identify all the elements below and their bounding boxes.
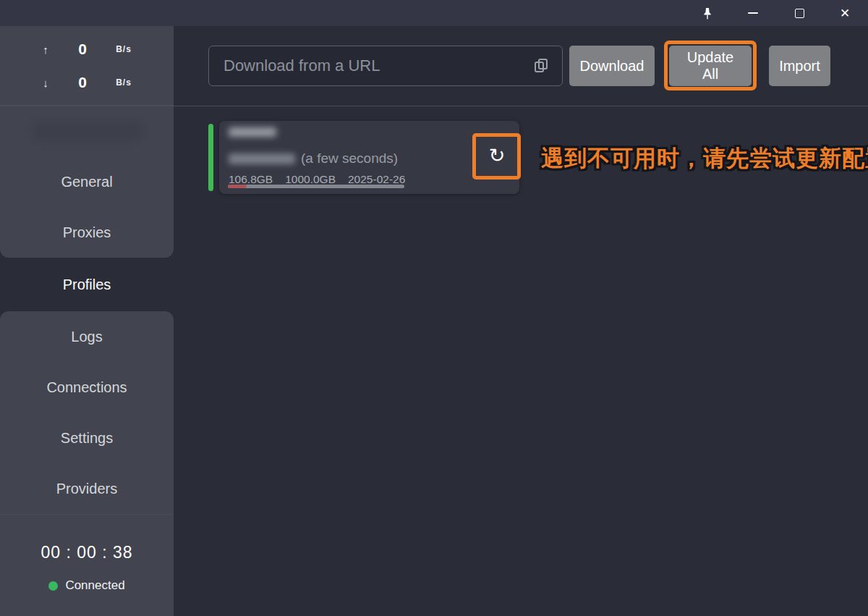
app-logo-area <box>0 106 174 159</box>
profile-updated-ago: (a few seconds) <box>301 151 398 166</box>
upload-value: 0 <box>61 41 103 58</box>
profile-active-indicator <box>208 124 213 191</box>
copy-icon[interactable] <box>533 57 550 75</box>
censored-logo <box>33 122 142 140</box>
profile-subtitle: (a few seconds) <box>229 150 398 167</box>
title-bar: ✕ <box>0 0 868 26</box>
status-label: Connected <box>65 578 124 593</box>
annotation-text: 遇到不可用时，请先尝试更新配置 <box>541 143 868 174</box>
profile-progress-fill <box>228 185 247 188</box>
update-all-button[interactable]: Update All <box>669 46 752 86</box>
minimize-icon <box>748 12 758 14</box>
app-window: ✕ ↑ 0 B/s ↓ 0 B/s General <box>0 0 868 616</box>
profile-url-censored <box>229 153 295 164</box>
upload-speed: ↑ 0 B/s <box>0 41 174 58</box>
sidebar-top-panel: ↑ 0 B/s ↓ 0 B/s General Proxies <box>0 26 174 258</box>
pin-icon[interactable] <box>691 0 724 26</box>
download-speed: ↓ 0 B/s <box>0 74 174 91</box>
sidebar-bottom-panel: Logs Connections Settings Providers 00 :… <box>0 311 174 616</box>
profile-card[interactable]: (a few seconds) 106.8GB 1000.0GB 2025-02… <box>219 121 519 194</box>
upload-arrow-icon: ↑ <box>30 43 61 56</box>
download-value: 0 <box>61 74 103 91</box>
refresh-icon: ↻ <box>489 145 506 166</box>
profile-progress-bar <box>228 185 404 188</box>
refresh-profile-button[interactable]: ↻ <box>478 137 516 174</box>
minimize-button[interactable] <box>736 0 770 26</box>
pushpin-icon <box>702 7 713 20</box>
uptime-timer: 00 : 00 : 38 <box>0 543 174 562</box>
url-input-wrapper <box>208 46 563 86</box>
sidebar-item-logs[interactable]: Logs <box>0 311 174 362</box>
sidebar-item-profiles[interactable]: Profiles <box>0 258 174 311</box>
sidebar-item-settings[interactable]: Settings <box>0 413 174 463</box>
connection-status: Connected <box>0 578 174 593</box>
sidebar-item-proxies[interactable]: Proxies <box>0 207 174 258</box>
sidebar: ↑ 0 B/s ↓ 0 B/s General Proxies Profiles <box>0 26 174 616</box>
url-input[interactable] <box>224 56 533 75</box>
close-icon: ✕ <box>840 6 850 21</box>
sidebar-item-general[interactable]: General <box>0 156 174 207</box>
traffic-panel: ↑ 0 B/s ↓ 0 B/s <box>0 26 174 106</box>
profile-name-censored <box>229 127 276 137</box>
download-unit: B/s <box>103 77 144 88</box>
close-button[interactable]: ✕ <box>828 0 861 26</box>
header-divider <box>0 106 868 106</box>
download-arrow-icon: ↓ <box>30 77 61 89</box>
import-button[interactable]: Import <box>769 46 830 86</box>
sidebar-item-providers[interactable]: Providers <box>0 463 174 514</box>
sidebar-item-connections[interactable]: Connections <box>0 362 174 413</box>
maximize-icon <box>795 9 804 18</box>
sidebar-footer: 00 : 00 : 38 Connected <box>0 514 174 593</box>
status-dot-icon <box>48 581 58 591</box>
maximize-button[interactable] <box>783 0 816 26</box>
download-button[interactable]: Download <box>569 46 655 86</box>
upload-unit: B/s <box>103 44 144 54</box>
